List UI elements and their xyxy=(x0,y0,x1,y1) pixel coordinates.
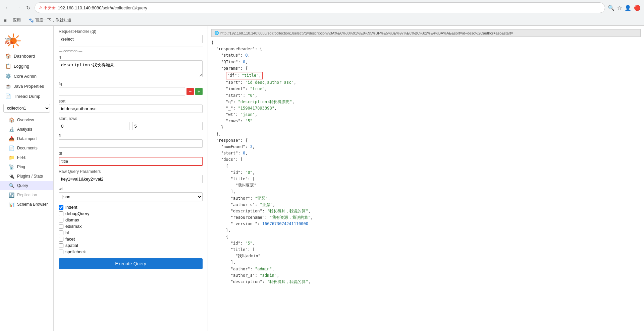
checkbox-label-indent: indent xyxy=(65,205,77,210)
sidebar-item-logging[interactable]: 📋Logging xyxy=(0,61,53,71)
checkboxes-container: indentdebugQuerydismaxedismaxhlfacetspat… xyxy=(59,205,203,254)
json-line: "responseHeader": { xyxy=(211,46,641,52)
sub-nav-item-analysis[interactable]: 🔬Analysis xyxy=(0,125,53,134)
fq-add-button[interactable]: + xyxy=(195,88,203,95)
solr-sun-icon: Apache Solr xyxy=(5,32,22,49)
q-input[interactable] xyxy=(59,60,203,77)
bookmark-button[interactable]: ☆ xyxy=(617,5,622,11)
address-bar: ⚠ 不安全 192.168.110.140:8080/solr/#/collec… xyxy=(35,2,605,13)
checkbox-label-spellcheck: spellcheck xyxy=(65,249,86,254)
extension-button[interactable]: 🔴 xyxy=(634,5,641,11)
sub-nav-item-plugins-stats[interactable]: 🔌Plugins / Stats xyxy=(0,172,53,181)
checkbox-row-debugQuery: debugQuery xyxy=(59,211,203,216)
checkbox-spatial[interactable] xyxy=(59,243,63,248)
search-button[interactable]: 🔍 xyxy=(608,5,614,11)
sidebar-item-dashboard[interactable]: 🏠Dashboard xyxy=(0,51,53,61)
df-group: df xyxy=(59,151,203,166)
refresh-button[interactable]: ↻ xyxy=(25,3,32,12)
json-line: "id": "0", xyxy=(211,170,641,176)
collection-select[interactable]: collection1 xyxy=(3,104,50,113)
sort-input[interactable] xyxy=(59,105,203,113)
wt-select[interactable]: jsonxmlcsvpythonrubyphpphpsvelocityxslt xyxy=(59,192,203,201)
fl-label: fl xyxy=(59,134,203,138)
checkbox-facet[interactable] xyxy=(59,237,63,242)
df-input[interactable] xyxy=(59,157,203,166)
start-input[interactable] xyxy=(59,122,129,130)
json-line: { xyxy=(211,234,641,240)
checkbox-row-indent: indent xyxy=(59,205,203,210)
sub-nav-item-documents[interactable]: 📄Documents xyxy=(0,143,53,153)
back-button[interactable]: ← xyxy=(3,3,11,12)
rows-input[interactable] xyxy=(132,122,203,130)
execute-query-button[interactable]: Execute Query xyxy=(59,258,203,269)
checkbox-row-spatial: spatial xyxy=(59,243,203,248)
json-line: "title": [ xyxy=(211,176,641,182)
query-panel: Request-Handler (qt) — common — q fq − +… xyxy=(54,26,208,331)
sidebar-item-java-properties[interactable]: ☕Java Properties xyxy=(0,81,53,91)
checkbox-row-facet: facet xyxy=(59,237,203,242)
checkbox-spellcheck[interactable] xyxy=(59,250,63,254)
checkbox-row-dismax: dismax xyxy=(59,217,203,222)
ping-icon: 📡 xyxy=(8,164,14,170)
url-text[interactable]: 192.168.110.140:8080/solr/#/collection1/… xyxy=(58,5,601,10)
json-line: "rows": "5" xyxy=(211,118,641,124)
json-line: { xyxy=(211,163,641,170)
fl-input[interactable] xyxy=(59,139,203,148)
json-line: "sort": "id desc,author asc", xyxy=(211,79,641,86)
json-line: "我叫admin" xyxy=(211,253,641,259)
checkbox-edismax[interactable] xyxy=(59,224,63,229)
json-line: { xyxy=(211,40,641,46)
request-handler-group: Request-Handler (qt) xyxy=(59,29,203,43)
core-admin-icon: ⚙️ xyxy=(5,73,11,79)
fq-label: fq xyxy=(59,81,203,86)
raw-query-input[interactable] xyxy=(59,175,203,183)
json-line: "title": [ xyxy=(211,247,641,253)
start-rows-label: start, rows xyxy=(59,116,203,121)
json-line: "_version_": 1667673074241110000 xyxy=(211,221,641,227)
checkbox-label-edismax: edismax xyxy=(65,224,82,229)
json-output: { "responseHeader": { "status": 0, "QTim… xyxy=(211,40,641,285)
thread-dump-icon: 📄 xyxy=(5,93,11,99)
raw-query-label: Raw Query Parameters xyxy=(59,169,203,174)
svg-line-7 xyxy=(16,36,18,38)
json-df-highlighted-line: "df": "title", xyxy=(211,72,641,79)
sub-nav-item-files[interactable]: 📁Files xyxy=(0,153,53,162)
sub-nav-item-dataimport[interactable]: 📥Dataimport xyxy=(0,134,53,143)
json-line: "response": { xyxy=(211,137,641,144)
profile-button[interactable]: 👤 xyxy=(625,5,631,11)
sub-nav-item-query[interactable]: 🔍Query xyxy=(0,181,53,190)
files-icon: 📁 xyxy=(8,155,14,160)
checkbox-hl[interactable] xyxy=(59,230,63,235)
sub-nav-item-ping[interactable]: 📡Ping xyxy=(0,162,53,172)
json-line: "_": "1590417893398", xyxy=(211,105,641,112)
bookmark-apps[interactable]: 应用 xyxy=(11,17,23,24)
checkbox-debugQuery[interactable] xyxy=(59,211,63,216)
request-handler-input[interactable] xyxy=(59,35,203,43)
browser-toolbar: ← → ↻ ⚠ 不安全 192.168.110.140:8080/solr/#/… xyxy=(0,0,644,15)
checkbox-indent[interactable] xyxy=(59,205,63,210)
bookmark-baidu[interactable]: 🐾 百度一下，你就知道 xyxy=(27,17,73,24)
bookmarks-bar: ⊞ 应用 🐾 百度一下，你就知道 xyxy=(0,15,644,25)
sidebar-item-thread-dump[interactable]: 📄Thread Dump xyxy=(0,91,53,101)
overview-icon: 🏠 xyxy=(8,117,14,123)
fq-remove-button[interactable]: − xyxy=(186,88,194,95)
json-line: "status": 0, xyxy=(211,52,641,59)
nav-list: 🏠Dashboard📋Logging⚙️Core Admin☕Java Prop… xyxy=(0,51,53,101)
fq-input[interactable] xyxy=(59,87,185,95)
result-url-bar: 🌐 http://192.168.110.140:8080/solr/colle… xyxy=(211,29,641,37)
sub-nav-item-schema-browser[interactable]: 📊Schema Browser xyxy=(0,200,53,209)
checkbox-dismax[interactable] xyxy=(59,218,63,222)
json-line: "indent": "true", xyxy=(211,86,641,92)
wt-label: wt xyxy=(59,187,203,191)
main-container: Apache Solr 🏠Dashboard📋Logging⚙️Core Adm… xyxy=(0,26,644,331)
browser-chrome: ← → ↻ ⚠ 不安全 192.168.110.140:8080/solr/#/… xyxy=(0,0,644,26)
sub-nav-item-overview[interactable]: 🏠Overview xyxy=(0,115,53,125)
json-line: "author": "亚瑟", xyxy=(211,195,641,202)
forward-button[interactable]: → xyxy=(14,3,22,12)
json-line: "author_s": "亚瑟", xyxy=(211,202,641,208)
dashboard-icon: 🏠 xyxy=(5,53,11,59)
checkbox-label-facet: facet xyxy=(65,237,75,242)
json-line: "description": "我长得帅，我说的算", xyxy=(211,208,641,214)
fl-group: fl xyxy=(59,134,203,148)
sidebar-item-core-admin[interactable]: ⚙️Core Admin xyxy=(0,71,53,81)
